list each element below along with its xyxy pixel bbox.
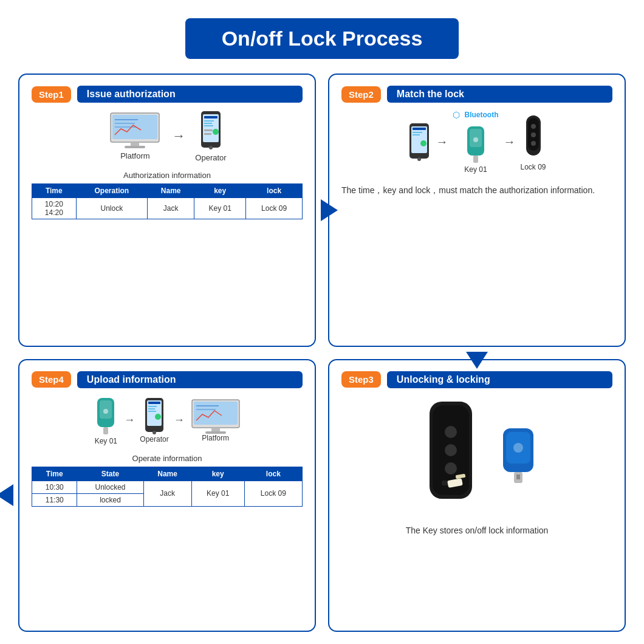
step2-title: Match the lock: [387, 86, 612, 103]
platform4-svg: [190, 399, 242, 434]
arr4: →: [174, 414, 185, 426]
svg-rect-14: [204, 129, 213, 131]
svg-point-23: [417, 157, 421, 161]
otd-lock1: Lock 09: [244, 481, 302, 506]
lock-device-item: Lock 09: [520, 113, 546, 171]
td-operation: Unlock: [76, 198, 148, 219]
svg-rect-47: [194, 402, 238, 425]
monitor-svg: [108, 112, 162, 149]
otd-name1: Jack: [143, 481, 191, 506]
td-lock: Lock 09: [246, 198, 303, 219]
step4-header: Step4 Upload information: [32, 371, 303, 388]
step1-box: Step1 Issue authorization: [18, 74, 316, 347]
oth-lock: lock: [244, 467, 302, 481]
svg-rect-36: [103, 427, 108, 434]
td-name: Jack: [148, 198, 194, 219]
auth-info-label: Authorization information: [123, 171, 211, 180]
svg-rect-64: [516, 474, 520, 479]
svg-point-45: [152, 431, 156, 434]
th-key: key: [194, 184, 246, 198]
svg-point-37: [103, 409, 108, 414]
bt-key-item: ⬡ Bluetooth Key 0: [453, 110, 498, 174]
platform-operator-row: Platform →: [108, 110, 226, 162]
otd-time2: 11:30: [32, 493, 77, 506]
th-time: Time: [32, 184, 77, 198]
svg-rect-15: [204, 133, 211, 135]
operator-label: Operator: [195, 153, 226, 162]
svg-point-28: [473, 137, 478, 142]
svg-point-56: [445, 462, 457, 474]
svg-rect-40: [148, 402, 160, 404]
lock-device-svg: [521, 113, 546, 163]
svg-rect-39: [147, 400, 162, 426]
arr1: →: [436, 135, 448, 149]
platform4-label: Platform: [202, 434, 229, 442]
bluetooth-label: Bluetooth: [464, 111, 498, 119]
svg-point-13: [213, 129, 219, 135]
svg-point-33: [531, 141, 536, 146]
connector-step1-to-step2: [321, 199, 338, 221]
bluetooth-icon: ⬡: [453, 110, 462, 120]
platform-item: Platform: [108, 112, 162, 160]
step1-title: Issue authorization: [77, 86, 303, 103]
operator4-item: Operator: [140, 397, 168, 444]
step2-phone-svg: [408, 123, 431, 162]
svg-point-22: [420, 140, 426, 146]
th-lock: lock: [246, 184, 303, 198]
svg-point-44: [155, 414, 161, 420]
step1-badge: Step1: [32, 86, 71, 103]
step2-header: Step2 Match the lock: [341, 86, 612, 103]
step2-badge: Step2: [341, 86, 381, 103]
svg-rect-5: [131, 142, 139, 146]
oth-time: Time: [32, 467, 77, 481]
svg-point-62: [513, 443, 523, 453]
step3-images: [414, 396, 540, 517]
svg-point-54: [445, 426, 457, 438]
operator4-label: Operator: [140, 435, 168, 444]
step3-badge: Step3: [341, 371, 381, 388]
operator4-svg: [143, 397, 165, 435]
step4-badge: Step4: [32, 371, 71, 388]
svg-point-16: [209, 146, 213, 149]
platform-label: Platform: [120, 151, 149, 160]
lock-with-key-svg: [414, 396, 487, 517]
svg-point-55: [445, 444, 457, 456]
otd-key1: Key 01: [191, 481, 244, 506]
operate-row-1: 10:30 Unlocked Jack Key 01 Lock 09: [32, 481, 303, 493]
step4-title: Upload information: [77, 371, 303, 388]
svg-rect-27: [473, 156, 478, 163]
step1-header: Step1 Issue authorization: [32, 86, 303, 103]
key-label: Key 01: [464, 165, 487, 174]
arr2: →: [503, 135, 515, 149]
otd-state2: locked: [77, 493, 143, 506]
step4-content: Key 01 → O: [32, 396, 303, 507]
step2-desc: The time，key and lock，must match the aut…: [341, 183, 612, 197]
table-row: 10:2014:20 Unlock Jack Key 01 Lock 09: [32, 198, 303, 219]
auth-table: Time Operation Name key lock 10:2014:20 …: [32, 183, 303, 219]
operate-info-label: Operate information: [132, 454, 202, 463]
oth-state: State: [77, 467, 143, 481]
lock-label: Lock 09: [520, 163, 546, 171]
arr3: →: [124, 414, 135, 426]
svg-rect-19: [413, 128, 426, 130]
step3-box: Step3 Unlocking & locking: [328, 359, 626, 632]
step2-content: → ⬡ Bluetooth: [341, 110, 612, 197]
phone-kl-item: [408, 123, 431, 162]
step3-desc: The Key stores on/off lock information: [406, 526, 549, 535]
oth-key: key: [191, 467, 244, 481]
th-operation: Operation: [76, 184, 148, 198]
step4-box: Step4 Upload information Key 01: [18, 359, 316, 632]
step2-box: Step2 Match the lock: [328, 74, 626, 347]
key01-item: Key 01: [92, 396, 119, 445]
step3-title: Unlocking & locking: [387, 371, 612, 388]
otd-time1: 10:30: [32, 481, 77, 493]
upload-row: Key 01 → O: [92, 396, 241, 445]
standalone-key-svg: [497, 426, 540, 487]
svg-text:⬡: ⬡: [453, 110, 460, 120]
th-name: Name: [148, 184, 194, 198]
steps-grid: Step1 Issue authorization: [18, 74, 626, 632]
page-title: On/off Lock Process: [222, 27, 423, 50]
otd-state1: Unlocked: [77, 481, 143, 493]
oth-name: Name: [143, 467, 191, 481]
td-key: Key 01: [194, 198, 246, 219]
